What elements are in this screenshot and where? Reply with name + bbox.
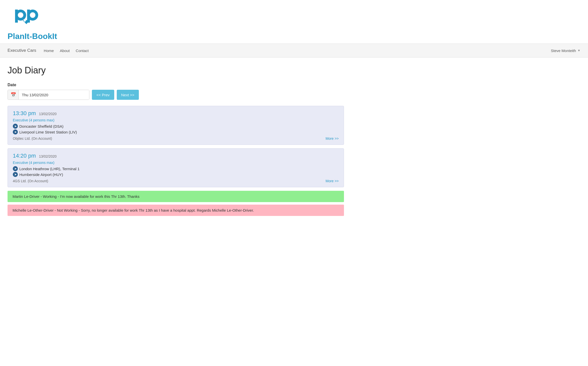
to-icon: ➤ — [13, 129, 18, 134]
logo-svg — [8, 5, 63, 30]
svg-point-4 — [30, 12, 35, 18]
logo-area: PlanIt-BookIt — [0, 0, 588, 43]
job-to: ➤ Humberside Airport (HUY) — [13, 172, 339, 177]
date-controls: 📅 << Prev Next >> — [8, 90, 344, 100]
job-header: 13:30 pm 13/02/2020 — [13, 110, 339, 117]
job-header: 14:20 pm 13/02/2020 — [13, 153, 339, 159]
from-icon: ➤ — [13, 124, 18, 129]
job-date-small: 13/02/2020 — [39, 112, 56, 116]
job-time: 13:30 pm — [13, 110, 36, 116]
job-time: 14:20 pm — [13, 153, 36, 159]
nav-link-about[interactable]: About — [60, 49, 70, 53]
job-entry: 13:30 pm 13/02/2020 Executive (4 persons… — [8, 106, 344, 145]
job-type: Executive (4 persons max) — [13, 161, 339, 165]
job-type: Executive (4 persons max) — [13, 118, 339, 122]
nav-link-contact[interactable]: Contact — [76, 49, 89, 53]
date-input-wrap: 📅 — [8, 90, 89, 100]
job-from-text: Doncaster Sheffield (DSA) — [19, 124, 64, 128]
to-icon: ➤ — [13, 172, 18, 177]
next-button[interactable]: Next >> — [117, 90, 139, 100]
page-title: Job Diary — [8, 65, 344, 76]
from-icon: ➤ — [13, 166, 18, 171]
navbar-user-name: Steve Monteith — [551, 49, 576, 53]
availability-message-green: Martin Le-Driver - Working - I'm now ava… — [8, 191, 344, 202]
logo-text: PlanIt-BookIt — [8, 32, 580, 41]
job-client: Objitec Ltd. (On Account) — [13, 136, 339, 141]
availability-message-pink: Michelle Le-Other-Driver - Not Working -… — [8, 205, 344, 216]
job-from-text: London Heathrow (LHR), Terminal 1 — [19, 167, 80, 171]
more-link-2[interactable]: More >> — [326, 179, 339, 183]
more-link-1[interactable]: More >> — [326, 136, 339, 141]
svg-rect-2 — [15, 10, 18, 23]
navbar-brand: Executive Cars — [8, 48, 36, 53]
navbar-user[interactable]: Steve Monteith ▼ — [551, 49, 580, 53]
date-label: Date — [8, 83, 344, 87]
date-input[interactable] — [19, 90, 89, 100]
job-to-text: Humberside Airport (HUY) — [19, 172, 63, 177]
job-date-small: 13/02/2020 — [39, 154, 56, 158]
job-from: ➤ London Heathrow (LHR), Terminal 1 — [13, 166, 339, 171]
job-from: ➤ Doncaster Sheffield (DSA) — [13, 124, 339, 129]
main-content: Job Diary Date 📅 << Prev Next >> 13:30 p… — [0, 58, 351, 226]
calendar-icon-button[interactable]: 📅 — [8, 90, 19, 100]
prev-button[interactable]: << Prev — [92, 90, 114, 100]
job-entry: 14:20 pm 13/02/2020 Executive (4 persons… — [8, 148, 344, 187]
nav-link-home[interactable]: Home — [44, 49, 54, 53]
job-to-text: Liverpool Lime Street Station (LIV) — [19, 130, 77, 134]
job-to: ➤ Liverpool Lime Street Station (LIV) — [13, 129, 339, 134]
navbar-links: Home About Contact — [44, 49, 551, 53]
caret-icon: ▼ — [577, 49, 580, 52]
navbar: Executive Cars Home About Contact Steve … — [0, 43, 588, 58]
svg-point-1 — [18, 12, 23, 18]
job-client: 4GS Ltd. (On Account) — [13, 179, 339, 183]
job-list: 13:30 pm 13/02/2020 Executive (4 persons… — [8, 106, 344, 187]
date-section: Date 📅 << Prev Next >> — [8, 83, 344, 100]
